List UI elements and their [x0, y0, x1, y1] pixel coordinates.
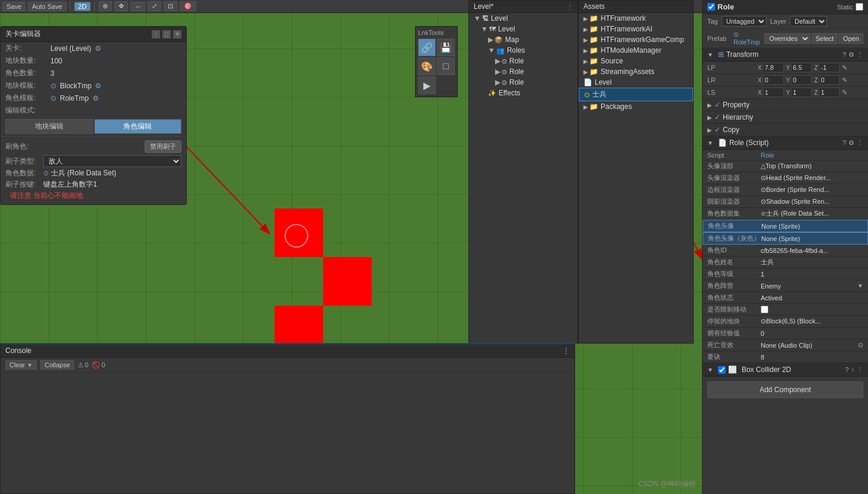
box-collider-up-btn[interactable]: ↑ [851, 366, 855, 373]
panel-close-button[interactable]: ✕ [173, 30, 181, 39]
lr-edit-btn[interactable]: ✎ [842, 76, 847, 84]
a-label-source: Source [601, 57, 623, 65]
block-template-settings-icon[interactable]: ⚙ [95, 82, 101, 90]
add-component-button[interactable]: Add Component [707, 381, 863, 398]
box-collider-more-btn[interactable]: ⋮ [857, 366, 863, 374]
a-item-htframeworkgame[interactable]: ▶ 📁 HTFrameworkGameComp [579, 34, 693, 45]
transform-more-btn[interactable]: ⋮ [857, 51, 863, 59]
role-level-label: 角色等级 [707, 270, 761, 278]
role-script-info-btn[interactable]: ? [843, 139, 846, 147]
a-arrow-5: ▶ [583, 58, 588, 65]
lnk-btn-4[interactable]: □ [437, 57, 455, 75]
lp-y-input[interactable] [791, 63, 812, 72]
a-item-soldier[interactable]: ⊙ 士兵 [579, 88, 693, 101]
lp-edit-btn[interactable]: ✎ [842, 64, 847, 72]
role-death-select-btn[interactable]: ⊙ [858, 341, 863, 349]
tool-btn-2[interactable]: ✥ [114, 1, 128, 11]
lp-x-input[interactable] [763, 63, 784, 72]
ls-y-input[interactable] [791, 88, 812, 97]
ls-z-input[interactable] [819, 88, 840, 97]
transform-info-btn[interactable]: ? [843, 51, 846, 59]
tag-select[interactable]: Untagged [722, 16, 767, 27]
shortcut-row: 刷子按键: 键盘左上角数字1 [5, 179, 181, 190]
lnktools-panel: LnkTools 🔗 💾 🎨 □ ▶ [415, 26, 458, 97]
tile-count-label: 地块数量: [5, 56, 47, 66]
hierarchy-expand-row[interactable]: ▶ ✓ Hierarchy [703, 111, 868, 124]
h-item-roles[interactable]: ▼ 👥 Roles [483, 45, 577, 56]
brush-type-select[interactable]: 敌人 [43, 155, 181, 167]
ls-x-input[interactable] [763, 88, 784, 97]
a-folder-1: 📁 [589, 14, 598, 23]
panel-maximize-button[interactable]: □ [162, 30, 171, 39]
box-collider-header[interactable]: ▼ ⬜ Box Collider 2D ? ↑ ⋮ [703, 363, 868, 377]
copy-expand-row[interactable]: ▶ ✓ Copy [703, 124, 868, 136]
overrides-select[interactable]: Overrides [764, 33, 810, 44]
h-arrow-6: ▶ [495, 68, 500, 76]
h-item-role-2[interactable]: ▶ ⊙ Role [490, 66, 577, 77]
clear-button[interactable]: Clear ▼ [5, 360, 37, 370]
lp-xyz: X Y Z ✎ [758, 63, 863, 72]
ls-edit-btn[interactable]: ✎ [842, 89, 847, 97]
a-item-source[interactable]: ▶ 📁 Source [579, 56, 693, 66]
a-item-streaming[interactable]: ▶ 📁 StreamingAssets [579, 66, 693, 77]
a-item-htmodule[interactable]: ▶ 📁 HTModuleManager [579, 45, 693, 56]
a-item-level[interactable]: 📄 Level [579, 77, 693, 88]
block-template-label: 地块模板: [5, 81, 47, 91]
property-expand-row[interactable]: ▶ ✓ Property [703, 99, 868, 111]
a-item-htframeworkai[interactable]: ▶ 📁 HTFrameworkAI [579, 24, 693, 34]
hierarchy-menu-icon[interactable]: ⋮ [567, 4, 573, 10]
h-item-effects[interactable]: ✨ Effects [483, 88, 577, 98]
role-edit-button[interactable]: 角色编辑 [94, 119, 182, 134]
a-item-packages[interactable]: ▶ 📁 Packages [579, 101, 693, 112]
console-menu-icon[interactable]: ⋮ [563, 347, 570, 355]
role-template-settings-icon[interactable]: ⚙ [92, 94, 99, 102]
role-script-header[interactable]: ▼ 📄 Role (Script) ? ⚙ ⋮ [703, 136, 868, 150]
tool-btn-3[interactable]: ↔ [130, 2, 145, 11]
h-item-role-3[interactable]: ▶ ⊙ Role [490, 77, 577, 88]
auto-save-button[interactable]: Auto Save [28, 2, 66, 11]
role-script-settings-btn[interactable]: ⚙ [848, 139, 854, 147]
lr-y-input[interactable] [791, 75, 812, 85]
block-edit-button[interactable]: 地块编辑 [5, 119, 93, 134]
role-script-more-btn[interactable]: ⋮ [857, 139, 863, 147]
h-item-level-root[interactable]: ▼ 🏗 Level [469, 13, 577, 24]
disable-brush-button[interactable]: 禁用刷子 [145, 140, 181, 153]
border-renderer-label: 边框渲染器 [707, 185, 761, 194]
lr-z-input[interactable] [819, 75, 840, 85]
hierarchy-titlebar: Level* ⋮ [469, 1, 577, 13]
lr-y-axis: Y [786, 77, 790, 84]
2d-mode-button[interactable]: 2D [74, 2, 91, 11]
level-settings-icon[interactable]: ⚙ [95, 44, 101, 53]
shadow-renderer-row: 阴影渲染器 ⊙Shadow (Sprite Ren... [703, 196, 868, 208]
panel-menu-button[interactable]: ⋮ [152, 30, 160, 39]
box-collider-info-btn[interactable]: ? [845, 366, 848, 373]
lnk-btn-2[interactable]: 💾 [437, 39, 455, 56]
lnk-btn-3[interactable]: 🎨 [418, 57, 436, 75]
lr-x-input[interactable] [763, 75, 784, 85]
role-move-checkbox[interactable] [761, 306, 768, 313]
collapse-button[interactable]: Collapse [40, 360, 74, 370]
active-checkbox[interactable] [707, 3, 715, 11]
h-item-role-1[interactable]: ▶ ⊙ Role [490, 56, 577, 66]
layer-select[interactable]: Default [790, 16, 827, 27]
lp-z-input[interactable] [819, 63, 840, 72]
a-item-htframework[interactable]: ▶ 📁 HTFramework [579, 13, 693, 24]
save-button[interactable]: Save [2, 2, 25, 11]
tool-btn-6[interactable]: 🎯 [180, 1, 196, 11]
h-item-map[interactable]: ▶ 📦 Map [483, 34, 577, 45]
h-item-level[interactable]: ▼ 🗺 Level [476, 24, 577, 34]
select-button[interactable]: Select [812, 33, 838, 44]
lnk-btn-1[interactable]: 🔗 [418, 39, 436, 56]
box-collider-checkbox[interactable] [718, 366, 726, 374]
box-collider-icon: ⬜ [728, 365, 737, 374]
static-checkbox[interactable] [856, 3, 863, 11]
open-button[interactable]: Open [839, 33, 863, 44]
transform-menu-btn[interactable]: ⚙ [848, 51, 854, 59]
h-icon-5: ⊙ [502, 57, 507, 65]
tool-btn-5[interactable]: ⊡ [164, 1, 177, 11]
transform-header[interactable]: ▼ ⊞ Transform ? ⚙ ⋮ [703, 48, 868, 62]
tool-btn-4[interactable]: ⤢ [148, 1, 161, 11]
lnk-btn-5[interactable]: ▶ [418, 76, 436, 94]
h-label-role-1: Role [509, 57, 524, 65]
tool-btn-1[interactable]: ⊕ [98, 1, 112, 11]
